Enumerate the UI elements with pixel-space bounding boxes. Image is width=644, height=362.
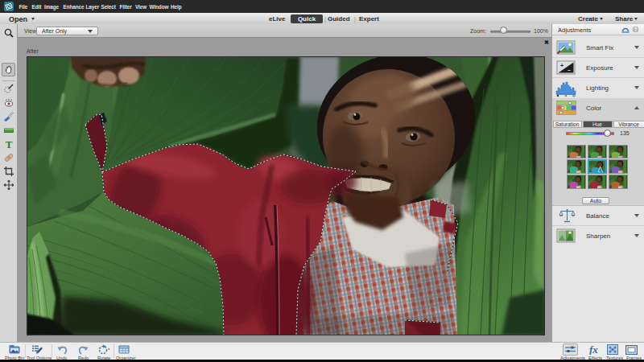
svg-text:+: + [560, 63, 564, 68]
svg-text:T: T [6, 138, 13, 150]
svg-text:–: – [568, 67, 571, 72]
svg-text:?: ? [634, 27, 638, 32]
svg-text:fx: fx [589, 344, 598, 355]
